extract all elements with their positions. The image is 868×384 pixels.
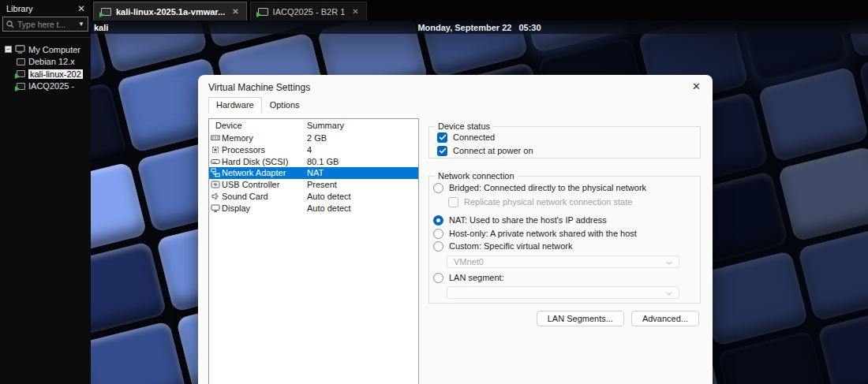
sound-card-icon xyxy=(211,192,220,201)
checkbox-checked-icon[interactable] xyxy=(437,132,447,143)
library-title: Library xyxy=(6,4,33,13)
tab-label: IACQ2025 - B2R 1 xyxy=(273,7,346,17)
checkbox-replicate-state[interactable]: Replicate physical network connection st… xyxy=(448,196,632,207)
table-row-processors[interactable]: Processors 4 xyxy=(209,144,418,156)
search-placeholder: Type here t... xyxy=(17,20,75,29)
checkbox-connect-at-power-on[interactable]: Connect at power on xyxy=(437,145,533,156)
dialog-tab-strip: Hardware Options xyxy=(208,97,308,114)
vm-settings-dialog: Virtual Machine Settings ✕ Hardware Opti… xyxy=(198,75,713,384)
tab-iacq2025-b2r[interactable]: IACQ2025 - B2R 1 ✕ xyxy=(250,2,367,21)
tab-close-icon[interactable]: ✕ xyxy=(352,7,358,16)
clock-time: 05:30 xyxy=(518,23,541,32)
display-icon xyxy=(211,203,220,213)
device-status-group: Device status Connected Connect at power… xyxy=(428,126,701,158)
radio-nat[interactable]: NAT: Used to share the host's IP address xyxy=(433,214,607,226)
tab-close-icon[interactable]: ✕ xyxy=(232,7,238,16)
clock-date: Monday, September 22 xyxy=(417,23,511,32)
group-legend: Device status xyxy=(435,121,493,131)
table-row-usb-controller[interactable]: USB Controller Present xyxy=(209,179,418,191)
tab-hardware[interactable]: Hardware xyxy=(208,97,262,114)
device-table-header: Device Summary xyxy=(209,119,418,132)
network-adapter-icon xyxy=(211,168,220,177)
library-panel: Library ✕ Type here t... ▼ − My Computer… xyxy=(0,0,91,384)
radio-icon[interactable] xyxy=(433,241,443,252)
radio-selected-icon[interactable] xyxy=(433,215,443,226)
vm-stopped-icon xyxy=(17,58,25,65)
tree-item-my-computer[interactable]: − My Computer xyxy=(0,43,91,56)
library-close-icon[interactable]: ✕ xyxy=(77,5,85,13)
radio-host-only[interactable]: Host-only: A private network shared with… xyxy=(433,228,637,239)
table-row-sound-card[interactable]: Sound Card Auto detect xyxy=(209,191,418,203)
column-summary: Summary xyxy=(307,119,344,132)
tree-item-label-selected: kali-linux-202 xyxy=(28,69,83,79)
vm-screen-icon xyxy=(258,8,268,16)
tab-options[interactable]: Options xyxy=(262,97,308,114)
main-area: kali-linux-2025.1a-vmwar... ✕ IACQ2025 -… xyxy=(91,0,868,384)
search-dropdown-icon[interactable]: ▼ xyxy=(78,21,84,28)
memory-icon xyxy=(211,133,220,143)
radio-custom[interactable]: Custom: Specific virtual network xyxy=(433,240,573,252)
vm-screen-icon xyxy=(101,8,111,16)
settings-panel: Device status Connected Connect at power… xyxy=(428,118,701,347)
network-connection-group: Network connection Bridged: Connected di… xyxy=(428,176,701,304)
computer-icon xyxy=(15,45,25,54)
radio-icon[interactable] xyxy=(433,273,443,283)
device-table: Device Summary Memory 2 GB Processors 4 xyxy=(208,118,419,384)
lan-segments-button[interactable]: LAN Segments... xyxy=(537,311,624,326)
vm-running-icon xyxy=(17,70,25,77)
tab-bar: kali-linux-2025.1a-vmwar... ✕ IACQ2025 -… xyxy=(91,0,868,21)
vmnet-dropdown[interactable]: VMnet0 xyxy=(447,255,679,268)
hard-disk-icon xyxy=(211,157,220,166)
library-tree: − My Computer Debian 12.x kali-linux-202… xyxy=(0,37,91,92)
clock[interactable]: Monday, September 2205:30 xyxy=(91,23,868,32)
chevron-down-icon xyxy=(667,290,672,296)
vm-running-icon xyxy=(17,83,25,90)
processor-icon xyxy=(211,145,220,155)
column-device: Device xyxy=(215,121,242,130)
dialog-close-icon[interactable]: ✕ xyxy=(692,80,701,92)
tab-label: kali-linux-2025.1a-vmwar... xyxy=(116,7,225,17)
group-legend: Network connection xyxy=(435,171,518,181)
table-row-display[interactable]: Display Auto detect xyxy=(209,203,418,214)
lan-segment-dropdown[interactable] xyxy=(447,286,679,299)
table-row-hard-disk[interactable]: Hard Disk (SCSI) 80.1 GB xyxy=(209,156,418,168)
usb-icon xyxy=(211,180,220,189)
vm-screen: kali Monday, September 2205:30 Virtual M… xyxy=(91,21,868,384)
radio-lan-segment[interactable]: LAN segment: xyxy=(433,272,504,283)
library-header: Library ✕ xyxy=(0,0,91,14)
radio-icon[interactable] xyxy=(433,229,443,239)
tree-item-iacq2025[interactable]: IACQ2025 - xyxy=(0,80,91,93)
radio-bridged[interactable]: Bridged: Connected directly to the physi… xyxy=(433,182,646,193)
vmware-window: Library ✕ Type here t... ▼ − My Computer… xyxy=(0,0,868,384)
collapse-icon[interactable]: − xyxy=(5,46,12,53)
chevron-down-icon xyxy=(667,259,672,265)
tree-item-kali[interactable]: kali-linux-202 xyxy=(0,68,91,80)
dialog-buttons: LAN Segments... Advanced... xyxy=(537,311,699,326)
radio-icon[interactable] xyxy=(433,183,443,193)
tree-item-label: IACQ2025 - xyxy=(28,81,74,91)
advanced-button[interactable]: Advanced... xyxy=(631,311,699,326)
table-row-memory[interactable]: Memory 2 GB xyxy=(209,132,418,144)
tree-item-label: My Computer xyxy=(28,45,80,54)
checkbox-connected[interactable]: Connected xyxy=(437,132,495,143)
checkbox-checked-icon[interactable] xyxy=(437,146,447,156)
table-row-network-adapter[interactable]: Network Adapter NAT xyxy=(209,167,418,179)
tree-item-debian[interactable]: Debian 12.x xyxy=(0,56,91,69)
tree-item-label: Debian 12.x xyxy=(28,57,75,66)
tab-kali-linux[interactable]: kali-linux-2025.1a-vmwar... ✕ xyxy=(93,2,247,21)
checkbox-unchecked-icon[interactable] xyxy=(448,197,458,207)
library-search-input[interactable]: Type here t... ▼ xyxy=(2,17,88,32)
search-icon xyxy=(6,21,14,28)
dialog-title: Virtual Machine Settings xyxy=(208,82,310,93)
kali-top-panel: kali Monday, September 2205:30 xyxy=(91,21,868,34)
